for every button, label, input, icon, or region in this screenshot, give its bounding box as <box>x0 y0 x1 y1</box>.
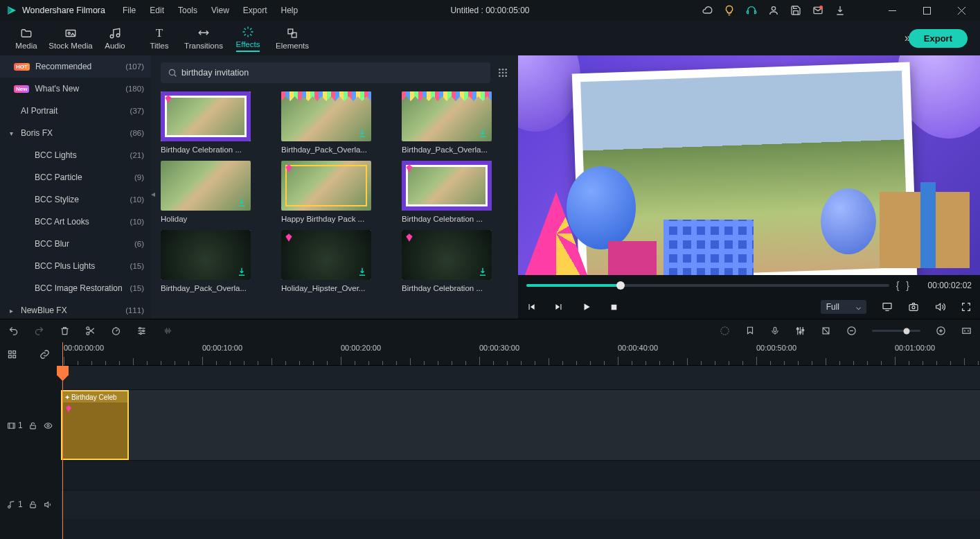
download-icon[interactable] <box>835 5 846 16</box>
category-item[interactable]: BCC Stylize(10) <box>0 188 151 211</box>
zoom-in-icon[interactable] <box>936 326 946 336</box>
category-item[interactable]: BCC Lights(21) <box>0 144 151 166</box>
stop-icon[interactable] <box>609 303 618 312</box>
export-button[interactable]: Export <box>909 29 968 48</box>
window-maximize-icon[interactable] <box>915 0 938 21</box>
delete-icon[interactable] <box>60 326 70 336</box>
effect-item[interactable]: Holiday_Hipster_Over... <box>281 230 371 292</box>
tab-transitions[interactable]: Transitions <box>181 24 226 53</box>
window-minimize-icon[interactable] <box>880 0 904 21</box>
download-icon[interactable] <box>357 128 367 138</box>
menu-help[interactable]: Help <box>274 3 304 18</box>
user-icon[interactable] <box>768 5 779 16</box>
cloud-icon[interactable] <box>702 5 713 16</box>
effect-item[interactable]: Birthday Celebration ... <box>402 230 492 292</box>
zoom-slider[interactable] <box>872 330 920 332</box>
timeline-clip[interactable]: ✦Birthday Celeb <box>61 390 129 460</box>
tab-media[interactable]: Media <box>4 24 48 53</box>
lock-icon[interactable] <box>28 500 37 509</box>
menu-tools[interactable]: Tools <box>172 3 204 18</box>
download-icon[interactable] <box>478 128 488 138</box>
audio-wave-icon[interactable] <box>162 326 174 336</box>
effect-thumbnail[interactable] <box>402 161 492 211</box>
snapshot-icon[interactable] <box>908 301 919 312</box>
play-icon[interactable] <box>582 302 591 312</box>
effect-item[interactable]: Birthday_Pack_Overla... <box>402 91 492 154</box>
link-icon[interactable] <box>39 349 50 360</box>
menu-view[interactable]: View <box>205 3 235 18</box>
mixer-icon[interactable] <box>795 326 805 336</box>
video-track-row[interactable]: ✦Birthday Celeb <box>61 390 980 461</box>
prev-frame-icon[interactable] <box>526 302 536 312</box>
support-icon[interactable] <box>746 5 757 16</box>
menu-file[interactable]: File <box>116 3 142 18</box>
category-item[interactable]: BCC Particle(9) <box>0 166 151 188</box>
sidebar-collapse-icon[interactable]: ◂ <box>150 180 156 208</box>
mute-icon[interactable] <box>43 500 53 509</box>
speed-icon[interactable] <box>111 326 121 336</box>
download-icon[interactable] <box>237 197 247 207</box>
menu-edit[interactable]: Edit <box>143 3 170 18</box>
category-item[interactable]: AI Portrait(37) <box>0 100 151 122</box>
category-item[interactable]: ▸NewBlue FX(111) <box>0 299 151 319</box>
marker-icon[interactable] <box>745 326 755 336</box>
tab-audio[interactable]: Audio <box>93 24 137 53</box>
effect-thumbnail[interactable] <box>161 161 251 211</box>
tab-stock-media[interactable]: Stock Media <box>48 24 93 53</box>
grid-view-icon[interactable] <box>497 67 508 78</box>
effect-item[interactable]: Birthday_Pack_Overla... <box>281 91 371 154</box>
mark-in-icon[interactable]: { <box>896 280 900 291</box>
mark-out-icon[interactable]: } <box>906 280 909 291</box>
redo-icon[interactable] <box>34 326 44 336</box>
effect-item[interactable]: Birthday Celebration ... <box>161 91 251 154</box>
tab-effects[interactable]: Effects <box>226 22 270 55</box>
visibility-icon[interactable] <box>43 421 53 430</box>
category-item[interactable]: NewWhat's New(180) <box>0 78 151 100</box>
category-item[interactable]: HOTRecommended(107) <box>0 55 151 78</box>
next-frame-icon[interactable] <box>554 302 564 312</box>
crop-icon[interactable] <box>821 326 831 336</box>
audio-track-row[interactable] <box>61 490 980 519</box>
effect-thumbnail[interactable] <box>161 91 251 141</box>
split-icon[interactable] <box>85 326 96 336</box>
category-item[interactable]: ▾Boris FX(86) <box>0 122 151 144</box>
search-box[interactable] <box>161 62 490 83</box>
lock-icon[interactable] <box>28 421 37 430</box>
playhead[interactable] <box>62 342 63 539</box>
undo-icon[interactable] <box>8 326 19 336</box>
save-icon[interactable] <box>790 5 801 16</box>
volume-icon[interactable] <box>934 301 945 312</box>
manage-tracks-icon[interactable] <box>7 349 17 360</box>
menu-export[interactable]: Export <box>237 3 274 18</box>
category-item[interactable]: BCC Plus Lights(15) <box>0 255 151 277</box>
zoom-fit-icon[interactable] <box>961 326 972 336</box>
preview-quality-dropdown[interactable]: Full ⌵ <box>821 300 866 314</box>
record-vo-icon[interactable] <box>770 326 780 336</box>
time-ruler[interactable]: 00:00:00:0000:00:10:0000:00:20:0000:00:3… <box>61 342 980 366</box>
tab-titles[interactable]: T Titles <box>137 24 181 53</box>
category-item[interactable]: BCC Blur(6) <box>0 233 151 255</box>
effect-thumbnail[interactable] <box>281 161 371 211</box>
effect-thumbnail[interactable] <box>281 91 371 141</box>
hint-icon[interactable] <box>724 5 735 16</box>
download-icon[interactable] <box>237 267 247 276</box>
effect-thumbnail[interactable] <box>402 230 492 280</box>
preview-canvas[interactable] <box>518 55 980 275</box>
search-input[interactable] <box>181 68 483 78</box>
effect-item[interactable]: Birthday_Pack_Overla... <box>161 230 251 292</box>
tab-elements[interactable]: Elements <box>270 24 314 53</box>
download-icon[interactable] <box>357 267 367 276</box>
effect-thumbnail[interactable] <box>402 91 492 141</box>
window-close-icon[interactable] <box>950 0 973 21</box>
timeline-body[interactable]: 00:00:00:0000:00:10:0000:00:20:0000:00:3… <box>61 342 980 539</box>
download-icon[interactable] <box>478 267 488 276</box>
mail-icon[interactable] <box>812 5 823 16</box>
category-item[interactable]: BCC Art Looks(10) <box>0 211 151 233</box>
effect-thumbnail[interactable] <box>281 230 371 280</box>
effect-item[interactable]: Birthday Celebration ... <box>402 161 492 223</box>
fullscreen-icon[interactable] <box>961 301 972 312</box>
zoom-out-icon[interactable] <box>846 326 857 336</box>
preview-scrubber[interactable] <box>526 284 889 287</box>
effect-thumbnail[interactable] <box>161 230 251 280</box>
render-icon[interactable] <box>720 326 730 336</box>
